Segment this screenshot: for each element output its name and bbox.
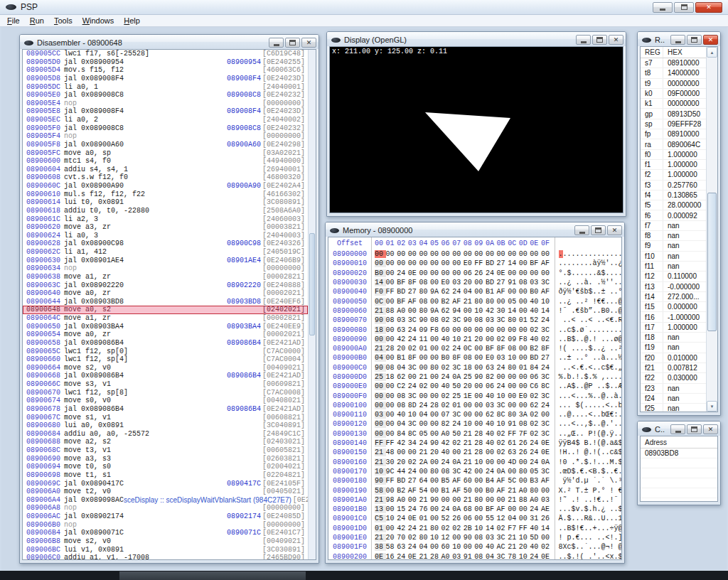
memory-byte[interactable]: 40 — [530, 298, 541, 306]
memory-byte[interactable]: 8D — [408, 402, 419, 409]
memory-byte[interactable]: 80 — [430, 468, 441, 476]
memory-byte[interactable]: 14 — [375, 279, 386, 286]
memory-byte[interactable]: AF — [541, 288, 552, 296]
memory-byte[interactable]: 24 — [530, 449, 541, 456]
memory-byte[interactable]: 00 — [397, 449, 408, 456]
memory-byte[interactable]: BD — [397, 288, 408, 296]
memory-byte[interactable]: 00 — [375, 250, 386, 258]
memory-byte[interactable]: 5D — [530, 534, 541, 542]
disasm-line[interactable]: 0890063Cjal 0x0890222008902220[0E240888] — [23, 281, 308, 290]
memory-byte[interactable]: 28 — [474, 430, 486, 438]
memory-byte[interactable]: 00 — [419, 250, 430, 258]
memory-byte[interactable]: 00 — [430, 345, 441, 353]
memory-byte[interactable]: E0 — [519, 392, 530, 400]
memory-byte[interactable]: 01 — [452, 402, 464, 409]
memory-byte[interactable]: 02 — [441, 316, 453, 324]
callstack-minimize-button[interactable] — [670, 424, 685, 434]
registers-minimize-button[interactable] — [670, 35, 685, 45]
memory-byte[interactable]: B3 — [530, 477, 541, 485]
memory-byte[interactable]: 21 — [508, 487, 519, 495]
memory-byte[interactable]: 91 — [464, 553, 475, 560]
memory-byte[interactable]: 0E — [375, 553, 386, 560]
memory-byte[interactable]: 00 — [519, 354, 530, 362]
memory-byte[interactable]: 52 — [441, 515, 453, 522]
memory-byte[interactable]: 00 — [430, 411, 441, 419]
memory-byte[interactable]: 8F — [408, 354, 419, 362]
memory-byte[interactable]: 00 — [486, 449, 497, 456]
memory-byte[interactable]: 00 — [464, 307, 475, 315]
disasm-line[interactable]: 089005D4mov.s f15, f12[460063C6] — [23, 66, 308, 75]
memory-byte[interactable]: 42 — [486, 307, 497, 315]
register-row[interactable]: f01.000000 — [641, 150, 706, 160]
memory-byte[interactable]: 00 — [419, 468, 430, 476]
memory-byte[interactable]: 08 — [397, 392, 408, 400]
memory-byte[interactable]: 3C — [452, 316, 464, 324]
memory-byte[interactable]: 88 — [519, 496, 530, 504]
memory-byte[interactable]: 00 — [541, 487, 552, 495]
memory-byte[interactable]: 2A — [419, 458, 430, 466]
memory-byte[interactable]: F8 — [430, 326, 441, 334]
memory-byte[interactable]: 00 — [408, 250, 419, 258]
disasm-line[interactable]: 089005ECli a0, 2[24040002] — [23, 116, 308, 124]
memory-byte[interactable]: 20 — [386, 534, 397, 542]
memory-byte[interactable]: 0E — [541, 553, 552, 560]
memory-byte[interactable]: 8F — [497, 345, 508, 353]
memory-byte[interactable]: 80 — [508, 364, 519, 372]
disasm-line[interactable]: 08900630jal 0x08901AE408901AE4[0E2406B9] — [23, 257, 308, 265]
memory-byte[interactable]: B0 — [486, 487, 497, 495]
memory-byte[interactable]: 84 — [530, 364, 541, 372]
disasm-line[interactable]: 089005FCmove a0, sp[03A02021] — [23, 149, 308, 158]
memory-byte[interactable]: 10 — [474, 458, 486, 466]
memory-byte[interactable]: 58 — [386, 543, 397, 551]
memory-byte[interactable]: 00 — [430, 392, 441, 400]
memory-byte[interactable]: 62 — [397, 373, 408, 381]
disasm-line[interactable]: 0890061Cli a2, 3[24060003] — [23, 215, 308, 224]
memory-byte[interactable]: 08 — [419, 298, 430, 306]
memory-byte[interactable]: 00 — [430, 250, 441, 258]
register-row[interactable]: f25nan — [641, 404, 706, 412]
memory-byte[interactable]: 42 — [397, 335, 408, 343]
memory-byte[interactable]: FF — [375, 439, 386, 447]
disasm-line[interactable]: 089005E0jal 0x089008C8089008C8[0E240232] — [23, 91, 308, 100]
memory-byte[interactable]: C5 — [375, 515, 386, 522]
memory-row[interactable]: 08900110030040100400073C0000628C803A0200… — [328, 410, 621, 419]
memory-byte[interactable]: B1 — [397, 354, 408, 362]
memory-byte[interactable]: 00 — [430, 259, 441, 267]
disasm-line[interactable]: 08900694move t0, s0[02004021] — [23, 463, 308, 471]
memory-byte[interactable]: 80 — [474, 496, 486, 504]
memory-byte[interactable]: 38 — [375, 543, 386, 551]
memory-byte[interactable]: 20 — [464, 382, 475, 390]
memory-byte[interactable]: 13 — [375, 505, 386, 513]
memory-byte[interactable]: 00 — [474, 402, 486, 409]
memory-byte[interactable]: B2 — [441, 298, 453, 306]
memory-byte[interactable]: 1E — [464, 392, 475, 400]
memory-byte[interactable]: 01 — [375, 525, 386, 532]
memory-byte[interactable]: 0E — [541, 439, 552, 447]
memory-byte[interactable]: 80 — [519, 468, 530, 476]
memory-byte[interactable]: 24 — [441, 373, 453, 381]
memory-byte[interactable]: 00 — [497, 496, 508, 504]
memory-byte[interactable]: 00 — [375, 259, 386, 267]
memory-row[interactable]: 089000709008033C9008023C9008033C80015224… — [328, 316, 621, 325]
disasm-line[interactable]: 0890062Cli a1, 412[2405019C] — [23, 248, 308, 257]
register-row[interactable]: f24nan — [641, 394, 706, 404]
memory-byte[interactable]: 03 — [486, 316, 497, 324]
memory-row[interactable]: 08900040F0FFBD27809A62240400B1AF0000B0AF… — [328, 287, 621, 296]
memory-byte[interactable]: 0E — [541, 449, 552, 456]
memory-byte[interactable]: 21 — [508, 534, 519, 542]
menu-windows[interactable]: Windows — [77, 16, 119, 26]
memory-byte[interactable]: 3C — [408, 420, 419, 428]
memory-byte[interactable]: 24 — [452, 420, 464, 428]
memory-byte[interactable]: 2B — [464, 525, 475, 532]
disasm-line[interactable]: 08900604addiu s4, s4, 1[26940001] — [23, 166, 308, 174]
memory-byte[interactable]: 06 — [530, 373, 541, 381]
disasm-line[interactable]: 089005E4nop[00000000] — [23, 100, 308, 108]
memory-byte[interactable]: AF — [497, 505, 508, 513]
memory-byte[interactable]: 84 — [397, 430, 408, 438]
register-row[interactable]: k009F00000 — [641, 89, 706, 99]
memory-byte[interactable]: 0A — [541, 458, 552, 466]
memory-byte[interactable]: 40 — [397, 411, 408, 419]
memory-byte[interactable]: 27 — [541, 354, 552, 362]
memory-byte[interactable]: 20 — [474, 335, 486, 343]
memory-byte[interactable]: 00 — [497, 458, 508, 466]
